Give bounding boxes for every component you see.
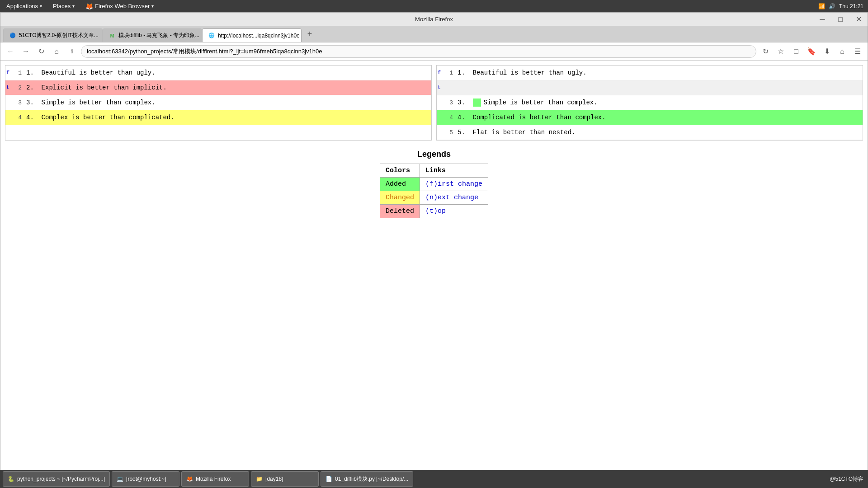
diff-left-line-2: t 2 2. Explicit is better than implicit. [5,80,431,95]
diff-right-content-5: 5. Flat is better than nested. [455,127,863,138]
diff-left-content-1: 1. Beautiful is better than ugly. [24,67,431,78]
firefox-icon: 🦊 [85,3,93,10]
home-button[interactable]: ⌂ [50,45,63,58]
diff-right-line-3: 3 3. Simple is better than complex. [437,95,863,110]
applications-menu[interactable]: Applications ▾ [4,2,45,10]
tab-1[interactable]: 🔵 51CTO博客2.0-原创IT技术文章... ✕ [3,28,103,42]
diff-left-content-3: 3. Simple is better than complex. [24,97,431,108]
applications-arrow: ▾ [40,4,42,9]
places-label: Places [53,3,71,9]
browser-arrow: ▾ [151,4,154,9]
info-icon[interactable]: ℹ [66,45,78,58]
firefox-window: Mozilla Firefox ─ □ ✕ 🔵 51CTO博客2.0-原创IT技… [0,12,868,471]
url-input[interactable] [81,45,756,58]
legend-row-changed: Changed (n)ext change [380,191,488,205]
diff-left-num-2: 2 [14,84,24,91]
legend-first-change-link[interactable]: (f)irst change [425,180,482,188]
diff-right-content-1: 1. Beautiful is better than ugly. [455,67,863,78]
taskbar-item-terminal[interactable]: 💻 [root@myhost:~] [112,471,179,487]
taskbar-difflib-icon: 📄 [326,476,332,482]
taskbar-item-firefox[interactable]: 🦊 Mozilla Firefox [181,471,249,487]
legends-title: Legends [5,150,863,159]
taskbar-firefox-icon: 🦊 [186,476,193,482]
legend-color-deleted: Deleted [380,205,420,218]
taskbar-python-label: python_projects ~ [~/PycharmProj...] [17,476,105,482]
diff-left-link-2[interactable]: t [5,84,14,91]
taskbar-python-icon: 🐍 [8,476,14,482]
taskbar-item-day18[interactable]: 📁 [day18] [251,471,319,487]
tab-3[interactable]: 🌐 http://localhost...lqa8qcinn3jv1h0e ✕ [202,28,302,42]
back-button[interactable]: ← [4,45,17,58]
legends-table: Colors Links Added (f)irst change Change… [380,164,488,218]
menu-icon[interactable]: ☰ [851,45,864,58]
maximize-button[interactable]: □ [831,13,849,26]
diff-left-link-1[interactable]: f [5,70,14,76]
taskbar-terminal-icon: 💻 [117,476,123,482]
minimize-button[interactable]: ─ [813,13,831,26]
pocket-icon[interactable]: □ [790,45,802,58]
app-menu: Applications ▾ Places ▾ 🦊 Firefox Web Br… [4,2,156,11]
content-area: f 1 1. Beautiful is better than ugly. t … [0,61,868,470]
datetime: Thu 21:21 [839,3,863,9]
diff-container: f 1 1. Beautiful is better than ugly. t … [5,65,863,141]
reload-button[interactable]: ↻ [35,45,47,58]
browser-label: Firefox Web Browser [95,3,150,9]
bookmark-star-icon[interactable]: ☆ [774,45,787,58]
legend-next-change-link[interactable]: (n)ext change [425,194,478,202]
new-tab-button[interactable]: + [303,28,316,41]
diff-left-num-4: 4 [14,114,24,121]
diff-left-line-3: 3 3. Simple is better than complex. [5,95,431,110]
diff-right-content-2 [455,86,863,89]
taskbar-day18-icon: 📁 [256,476,263,482]
taskbar-item-python[interactable]: 🐍 python_projects ~ [~/PycharmProj...] [3,471,110,487]
colors-header: Colors [380,164,420,178]
bookmarks-icon[interactable]: 🔖 [805,45,818,58]
diff-right-line-1: f 1 1. Beautiful is better than ugly. [437,66,863,80]
legend-row-deleted: Deleted (t)op [380,205,488,218]
diff-left-line-1: f 1 1. Beautiful is better than ugly. [5,66,431,80]
diff-left-content-4: 4. Complex is better than complicated. [24,112,431,123]
diff-left-num-3: 3 [14,99,24,106]
diff-left-num-1: 1 [14,70,24,76]
taskbar-right-text: @51CTO博客 [830,475,863,483]
tab-2-label: 模块difflib - 马克飞象 - 专为印象... [118,32,199,39]
download-icon[interactable]: ⬇ [821,45,833,58]
taskbar-right-info: @51CTO博客 [830,475,863,483]
diff-left-line-4: 4 4. Complex is better than complicated. [5,110,431,125]
tab-2-favicon: M [108,32,116,39]
diff-left-panel: f 1 1. Beautiful is better than ugly. t … [5,65,432,141]
forward-button[interactable]: → [19,45,32,58]
browser-menu[interactable]: 🦊 Firefox Web Browser ▾ [83,2,156,11]
legend-link-next: (n)ext change [420,191,488,205]
address-bar: ← → ↻ ⌂ ℹ ↻ ☆ □ 🔖 ⬇ ⌂ ☰ [0,42,868,61]
places-menu[interactable]: Places ▾ [50,2,77,10]
title-bar: Mozilla Firefox ─ □ ✕ [0,13,868,26]
taskbar-item-difflib[interactable]: 📄 01_difflib模块.py [~/Desktop/... [321,471,413,487]
diff-right-link-2[interactable]: t [437,84,446,91]
tab-3-label: http://localhost...lqa8qcinn3jv1h0e [218,33,300,39]
diff-right-line-2: t [437,80,863,95]
diff-right-num-3: 3 [446,99,455,106]
tab-1-favicon: 🔵 [9,32,16,39]
diff-right-num-1: 1 [446,70,455,76]
tab-bar: 🔵 51CTO博客2.0-原创IT技术文章... ✕ M 模块difflib -… [0,26,868,42]
taskbar-terminal-label: [root@myhost:~] [126,476,166,482]
taskbar-firefox-label: Mozilla Firefox [196,476,231,482]
diff-right-content-3: 3. Simple is better than complex. [455,97,863,108]
home-nav-icon[interactable]: ⌂ [836,45,849,58]
diff-right-num-4: 4 [446,114,455,121]
legend-link-first: (f)irst change [420,178,488,191]
legend-link-top: (t)op [420,205,488,218]
reload-stop-button[interactable]: ↻ [759,45,772,58]
legend-top-link[interactable]: (t)op [425,207,446,215]
diff-right-link-1[interactable]: f [437,70,446,76]
legends-section: Legends Colors Links Added (f)irst chang… [5,150,863,218]
legend-color-changed: Changed [380,191,420,205]
places-arrow: ▾ [72,4,75,9]
window-title: Mozilla Firefox [415,16,453,23]
diff-right-panel: f 1 1. Beautiful is better than ugly. t … [436,65,863,141]
tab-2[interactable]: M 模块difflib - 马克飞象 - 专为印象... ✕ [103,28,202,42]
close-button[interactable]: ✕ [849,13,868,26]
legend-color-added: Added [380,178,420,191]
diff-right-num-5: 5 [446,129,455,136]
